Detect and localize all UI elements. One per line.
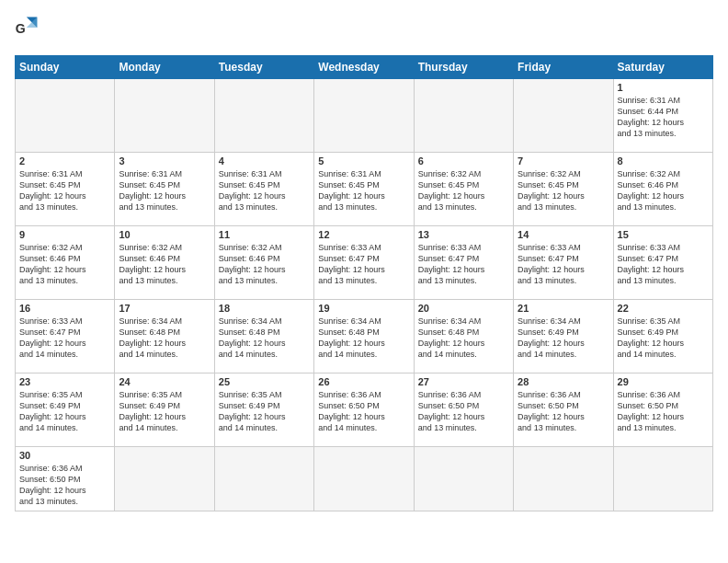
calendar-day-cell xyxy=(16,79,115,153)
calendar-week-row: 9Sunrise: 6:32 AM Sunset: 6:46 PM Daylig… xyxy=(16,226,713,300)
weekday-header-tuesday: Tuesday xyxy=(214,56,313,79)
day-info: Sunrise: 6:32 AM Sunset: 6:46 PM Dayligh… xyxy=(618,168,709,213)
day-number: 11 xyxy=(219,229,310,240)
day-info: Sunrise: 6:31 AM Sunset: 6:44 PM Dayligh… xyxy=(618,95,709,140)
day-number: 4 xyxy=(219,155,310,167)
weekday-header-thursday: Thursday xyxy=(414,56,513,79)
calendar-day-cell: 11Sunrise: 6:32 AM Sunset: 6:46 PM Dayli… xyxy=(214,226,313,300)
day-number: 30 xyxy=(19,450,110,461)
day-number: 1 xyxy=(618,82,709,93)
calendar-day-cell: 26Sunrise: 6:36 AM Sunset: 6:50 PM Dayli… xyxy=(314,373,414,447)
day-info: Sunrise: 6:33 AM Sunset: 6:47 PM Dayligh… xyxy=(618,242,709,287)
calendar-day-cell: 21Sunrise: 6:34 AM Sunset: 6:49 PM Dayli… xyxy=(514,300,613,373)
calendar-day-cell: 4Sunrise: 6:31 AM Sunset: 6:45 PM Daylig… xyxy=(214,153,313,226)
logo: G xyxy=(15,15,48,44)
day-number: 23 xyxy=(19,376,110,387)
day-info: Sunrise: 6:36 AM Sunset: 6:50 PM Dayligh… xyxy=(618,389,709,434)
calendar-day-cell: 19Sunrise: 6:34 AM Sunset: 6:48 PM Dayli… xyxy=(314,300,414,373)
day-number: 26 xyxy=(318,376,409,387)
calendar-day-cell: 3Sunrise: 6:31 AM Sunset: 6:45 PM Daylig… xyxy=(115,153,214,226)
day-info: Sunrise: 6:35 AM Sunset: 6:49 PM Dayligh… xyxy=(19,389,110,434)
weekday-header-monday: Monday xyxy=(115,56,214,79)
day-info: Sunrise: 6:32 AM Sunset: 6:46 PM Dayligh… xyxy=(219,242,310,287)
day-number: 7 xyxy=(518,155,609,167)
calendar-day-cell xyxy=(314,79,414,153)
calendar-day-cell: 17Sunrise: 6:34 AM Sunset: 6:48 PM Dayli… xyxy=(115,300,214,373)
calendar-week-row: 2Sunrise: 6:31 AM Sunset: 6:45 PM Daylig… xyxy=(16,153,713,226)
day-info: Sunrise: 6:33 AM Sunset: 6:47 PM Dayligh… xyxy=(418,242,509,287)
day-number: 16 xyxy=(19,303,110,314)
day-info: Sunrise: 6:36 AM Sunset: 6:50 PM Dayligh… xyxy=(318,389,409,434)
calendar-day-cell: 13Sunrise: 6:33 AM Sunset: 6:47 PM Dayli… xyxy=(414,226,513,300)
calendar-day-cell xyxy=(214,79,313,153)
day-number: 22 xyxy=(618,303,709,314)
day-info: Sunrise: 6:34 AM Sunset: 6:48 PM Dayligh… xyxy=(119,316,210,361)
day-info: Sunrise: 6:34 AM Sunset: 6:48 PM Dayligh… xyxy=(418,316,509,361)
calendar-day-cell xyxy=(613,447,712,511)
day-info: Sunrise: 6:32 AM Sunset: 6:46 PM Dayligh… xyxy=(119,242,210,287)
calendar-day-cell: 14Sunrise: 6:33 AM Sunset: 6:47 PM Dayli… xyxy=(514,226,613,300)
calendar-day-cell: 30Sunrise: 6:36 AM Sunset: 6:50 PM Dayli… xyxy=(16,447,115,511)
calendar-week-row: 30Sunrise: 6:36 AM Sunset: 6:50 PM Dayli… xyxy=(16,447,713,511)
weekday-header-friday: Friday xyxy=(514,56,613,79)
day-info: Sunrise: 6:33 AM Sunset: 6:47 PM Dayligh… xyxy=(19,316,110,361)
day-number: 2 xyxy=(19,155,110,167)
day-info: Sunrise: 6:32 AM Sunset: 6:45 PM Dayligh… xyxy=(518,168,609,213)
calendar-day-cell: 29Sunrise: 6:36 AM Sunset: 6:50 PM Dayli… xyxy=(613,373,712,447)
day-info: Sunrise: 6:34 AM Sunset: 6:48 PM Dayligh… xyxy=(219,316,310,361)
day-number: 12 xyxy=(318,229,409,240)
day-number: 21 xyxy=(518,303,609,314)
calendar-day-cell: 27Sunrise: 6:36 AM Sunset: 6:50 PM Dayli… xyxy=(414,373,513,447)
calendar-day-cell xyxy=(514,447,613,511)
calendar-day-cell: 22Sunrise: 6:35 AM Sunset: 6:49 PM Dayli… xyxy=(613,300,712,373)
calendar-day-cell xyxy=(214,447,313,511)
day-number: 24 xyxy=(119,376,210,387)
calendar-day-cell: 23Sunrise: 6:35 AM Sunset: 6:49 PM Dayli… xyxy=(16,373,115,447)
day-info: Sunrise: 6:36 AM Sunset: 6:50 PM Dayligh… xyxy=(518,389,609,434)
calendar-day-cell xyxy=(115,447,214,511)
calendar-day-cell xyxy=(414,79,513,153)
day-info: Sunrise: 6:36 AM Sunset: 6:50 PM Dayligh… xyxy=(19,463,110,508)
calendar-day-cell: 10Sunrise: 6:32 AM Sunset: 6:46 PM Dayli… xyxy=(115,226,214,300)
calendar-day-cell: 6Sunrise: 6:32 AM Sunset: 6:45 PM Daylig… xyxy=(414,153,513,226)
day-info: Sunrise: 6:36 AM Sunset: 6:50 PM Dayligh… xyxy=(418,389,509,434)
day-number: 17 xyxy=(119,303,210,314)
weekday-header-row: SundayMondayTuesdayWednesdayThursdayFrid… xyxy=(16,56,713,79)
calendar-day-cell: 28Sunrise: 6:36 AM Sunset: 6:50 PM Dayli… xyxy=(514,373,613,447)
day-info: Sunrise: 6:32 AM Sunset: 6:46 PM Dayligh… xyxy=(19,242,110,287)
logo-icon: G xyxy=(15,15,44,44)
day-number: 5 xyxy=(318,155,409,167)
calendar-day-cell: 15Sunrise: 6:33 AM Sunset: 6:47 PM Dayli… xyxy=(613,226,712,300)
calendar-day-cell: 7Sunrise: 6:32 AM Sunset: 6:45 PM Daylig… xyxy=(514,153,613,226)
day-info: Sunrise: 6:34 AM Sunset: 6:49 PM Dayligh… xyxy=(518,316,609,361)
day-number: 18 xyxy=(219,303,310,314)
day-number: 10 xyxy=(119,229,210,240)
calendar-day-cell: 25Sunrise: 6:35 AM Sunset: 6:49 PM Dayli… xyxy=(214,373,313,447)
calendar-day-cell xyxy=(514,79,613,153)
day-info: Sunrise: 6:35 AM Sunset: 6:49 PM Dayligh… xyxy=(618,316,709,361)
day-number: 25 xyxy=(219,376,310,387)
day-info: Sunrise: 6:31 AM Sunset: 6:45 PM Dayligh… xyxy=(119,168,210,213)
calendar-day-cell xyxy=(314,447,414,511)
calendar-week-row: 1Sunrise: 6:31 AM Sunset: 6:44 PM Daylig… xyxy=(16,79,713,153)
day-number: 8 xyxy=(618,155,709,167)
page-header: G xyxy=(15,15,713,44)
calendar-day-cell: 2Sunrise: 6:31 AM Sunset: 6:45 PM Daylig… xyxy=(16,153,115,226)
calendar-day-cell: 20Sunrise: 6:34 AM Sunset: 6:48 PM Dayli… xyxy=(414,300,513,373)
calendar-day-cell: 9Sunrise: 6:32 AM Sunset: 6:46 PM Daylig… xyxy=(16,226,115,300)
calendar-day-cell: 8Sunrise: 6:32 AM Sunset: 6:46 PM Daylig… xyxy=(613,153,712,226)
calendar-table: SundayMondayTuesdayWednesdayThursdayFrid… xyxy=(15,55,713,511)
day-info: Sunrise: 6:31 AM Sunset: 6:45 PM Dayligh… xyxy=(318,168,409,213)
day-number: 20 xyxy=(418,303,509,314)
weekday-header-sunday: Sunday xyxy=(16,56,115,79)
day-number: 14 xyxy=(518,229,609,240)
calendar-day-cell: 24Sunrise: 6:35 AM Sunset: 6:49 PM Dayli… xyxy=(115,373,214,447)
day-number: 9 xyxy=(19,229,110,240)
calendar-week-row: 23Sunrise: 6:35 AM Sunset: 6:49 PM Dayli… xyxy=(16,373,713,447)
day-info: Sunrise: 6:35 AM Sunset: 6:49 PM Dayligh… xyxy=(219,389,310,434)
calendar-day-cell: 5Sunrise: 6:31 AM Sunset: 6:45 PM Daylig… xyxy=(314,153,414,226)
day-number: 19 xyxy=(318,303,409,314)
day-number: 6 xyxy=(418,155,509,167)
day-info: Sunrise: 6:32 AM Sunset: 6:45 PM Dayligh… xyxy=(418,168,509,213)
day-number: 29 xyxy=(618,376,709,387)
